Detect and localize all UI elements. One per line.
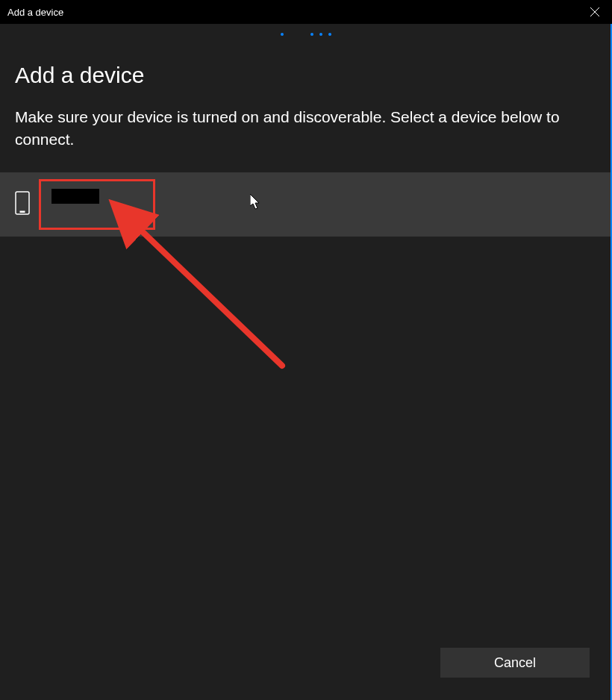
progress-indicator — [0, 24, 612, 42]
cancel-button[interactable]: Cancel — [440, 648, 590, 678]
progress-dot — [281, 33, 284, 36]
content-area: Add a device Make sure your device is tu… — [0, 42, 612, 151]
device-list-item[interactable] — [0, 172, 612, 237]
svg-line-4 — [134, 224, 282, 366]
titlebar: Add a device — [0, 0, 612, 24]
annotation-highlight-box — [39, 179, 155, 230]
page-title: Add a device — [15, 63, 597, 88]
window-title: Add a device — [7, 7, 63, 18]
phone-icon — [15, 191, 30, 218]
device-name-redacted — [51, 189, 99, 204]
page-subtext: Make sure your device is turned on and d… — [15, 106, 597, 151]
close-icon — [590, 7, 599, 16]
dialog-footer: Cancel — [440, 648, 590, 678]
progress-dot — [319, 33, 322, 36]
svg-rect-3 — [20, 211, 25, 213]
progress-dot — [310, 33, 313, 36]
close-button[interactable] — [578, 0, 612, 24]
progress-dot — [328, 33, 331, 36]
